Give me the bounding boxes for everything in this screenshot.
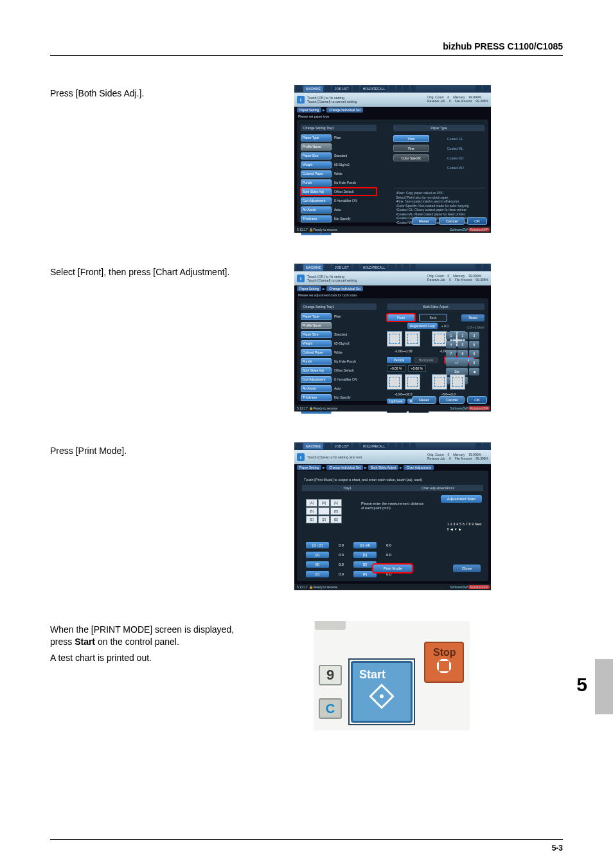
tab-hold[interactable]: HOLD/RECALL [360, 86, 388, 92]
color-specific-button[interactable]: Color Specific [393, 154, 429, 161]
ok-button[interactable]: OK [467, 396, 487, 404]
thickness-button[interactable]: Thickness [301, 215, 332, 222]
chart-cell[interactable]: [2] [318, 516, 330, 523]
measure-label[interactable]: [B] [306, 561, 329, 568]
chart-cell[interactable]: [A] [306, 499, 317, 507]
chart-cell[interactable]: [B] [330, 507, 342, 515]
reset-button[interactable]: Reset [412, 217, 436, 225]
thickness-button[interactable]: Thickness [301, 394, 332, 401]
help-icon[interactable] [483, 443, 490, 449]
gear-icon[interactable] [475, 264, 482, 271]
front-button[interactable]: Front [387, 314, 415, 321]
tab-machine[interactable]: MACHINE [303, 264, 323, 271]
keypad-9-button[interactable]: 9 [319, 665, 342, 685]
chart-cell[interactable] [318, 507, 330, 515]
registration-loop-button[interactable]: Registration Loop [407, 323, 438, 329]
fine-button[interactable]: Fine [393, 145, 429, 152]
nav-icon[interactable] [403, 86, 409, 92]
chart-cell[interactable]: [1] [330, 499, 342, 507]
help-icon[interactable] [483, 264, 490, 271]
weight-button[interactable]: Weight [301, 161, 332, 168]
keypad-key-1[interactable]: 1 [446, 332, 456, 339]
punch-button[interactable]: Punch [301, 179, 332, 186]
keypad-key-3[interactable]: 3 [454, 522, 456, 526]
keypad-key-6[interactable]: 6 [469, 341, 479, 348]
chart-cell[interactable]: [E] [330, 516, 342, 523]
coated-gl-link[interactable]: Coated-GL [447, 137, 463, 141]
reset-button[interactable]: Reset [461, 314, 484, 321]
list-icon[interactable] [324, 264, 331, 271]
punch-button[interactable]: Punch [301, 358, 332, 365]
keypad-key-◀[interactable]: ◀ [450, 527, 453, 531]
chart-cell[interactable]: [D] [318, 499, 330, 507]
keypad-key-Next[interactable]: Next [475, 522, 481, 526]
weight-button[interactable]: Weight [301, 340, 332, 347]
crumb-both-sides[interactable]: Both Sides Adjust [368, 465, 398, 470]
paper-size-button[interactable]: Paper Size [301, 331, 332, 338]
measure-label[interactable]: [D] [353, 552, 377, 558]
keypad-key-+/-[interactable]: +/- [446, 359, 468, 366]
keypad-key-4[interactable]: 4 [456, 522, 458, 526]
nav-icon[interactable] [403, 264, 409, 271]
keypad-key-2[interactable]: 2 [450, 522, 452, 526]
cancel-button[interactable]: Cancel [439, 396, 465, 404]
keypad-key-8[interactable]: 8 [458, 350, 468, 357]
keypad-key-1[interactable]: 1 [447, 522, 449, 526]
keypad-key-5[interactable]: 5 [459, 522, 461, 526]
gear-icon[interactable] [475, 443, 482, 449]
air-assist-button[interactable]: Air Assist [301, 385, 332, 392]
cancel-button[interactable]: Cancel [439, 217, 465, 225]
keypad-key-7[interactable]: 7 [446, 350, 456, 357]
keypad-key-0[interactable]: 0 [469, 359, 479, 366]
paper-type-button[interactable]: Paper Type [301, 313, 332, 320]
up-down-button[interactable]: Up/Down [387, 399, 405, 404]
hold-icon[interactable] [353, 264, 359, 271]
close-button[interactable]: Close [453, 565, 481, 572]
tab-joblist[interactable]: JOB LIST [332, 86, 351, 92]
measure-label[interactable]: [2] - [4] [353, 542, 377, 548]
adjustment-start-button[interactable]: Adjustment Start [441, 495, 482, 503]
stop-button[interactable]: Stop [424, 642, 464, 683]
air-assist-button[interactable]: Air Assist [301, 206, 332, 213]
keypad-key-9[interactable]: 9 [469, 350, 479, 357]
coated-go-link[interactable]: Coated-GO [447, 156, 464, 160]
keypad-key-▶[interactable]: ▶ [459, 527, 461, 531]
both-sides-adj-button[interactable]: Both Sides Adj. [301, 188, 332, 195]
back-button[interactable]: Back [419, 314, 447, 321]
keypad-key-4[interactable]: 4 [446, 341, 456, 348]
keypad-key-◀[interactable]: ◀ [469, 368, 479, 375]
crumb-paper-setting[interactable]: Paper Setting [297, 107, 321, 113]
tab-5[interactable] [411, 86, 416, 92]
gear-icon[interactable] [475, 86, 482, 92]
measure-label[interactable]: [1] - [3] [306, 542, 329, 548]
keypad-key-8[interactable]: 8 [468, 522, 470, 526]
tab-machine[interactable]: MACHINE [303, 86, 323, 92]
colored-paper-button[interactable]: Colored Paper [301, 349, 332, 356]
ok-button[interactable]: OK [467, 217, 487, 225]
crumb-change-individual[interactable]: Change Individual Set [326, 107, 363, 113]
horizontal-button[interactable]: Horizontal [414, 357, 438, 363]
keypad-key-5[interactable]: 5 [458, 341, 468, 348]
measure-label[interactable]: [A] [306, 552, 329, 558]
keypad-key-▼[interactable]: ▼ [454, 527, 458, 531]
chart-cell[interactable]: [E] [306, 516, 317, 523]
measure-label[interactable]: [F] [353, 571, 377, 577]
crumb-paper-setting[interactable]: Paper Setting [297, 286, 321, 291]
curl-adjustment-button[interactable]: Curl Adjustment [301, 197, 332, 204]
keypad-key-6[interactable]: 6 [463, 522, 465, 526]
chart-cell[interactable]: [B] [306, 507, 317, 515]
keypad-key-3[interactable]: 3 [469, 332, 479, 339]
vertical-button[interactable]: Vertical [387, 357, 411, 363]
tab-4[interactable] [396, 86, 402, 92]
measure-label[interactable]: [C] [306, 571, 329, 577]
keypad-key-7[interactable]: 7 [466, 522, 468, 526]
reset-button[interactable]: Reset [412, 396, 436, 404]
coated-mo-link[interactable]: Coated-MO [447, 166, 464, 170]
user-icon[interactable] [296, 443, 302, 449]
list-icon[interactable] [324, 86, 331, 92]
tab-hold[interactable]: HOLD/RECALL [360, 264, 388, 271]
clear-button[interactable]: C [319, 698, 342, 719]
curl-adjustment-button[interactable]: Curl Adjustment [301, 376, 332, 383]
crumb-chart-adj[interactable]: Chart Adjustment [404, 465, 433, 470]
coated-ml-link[interactable]: Coated-ML [447, 147, 463, 150]
